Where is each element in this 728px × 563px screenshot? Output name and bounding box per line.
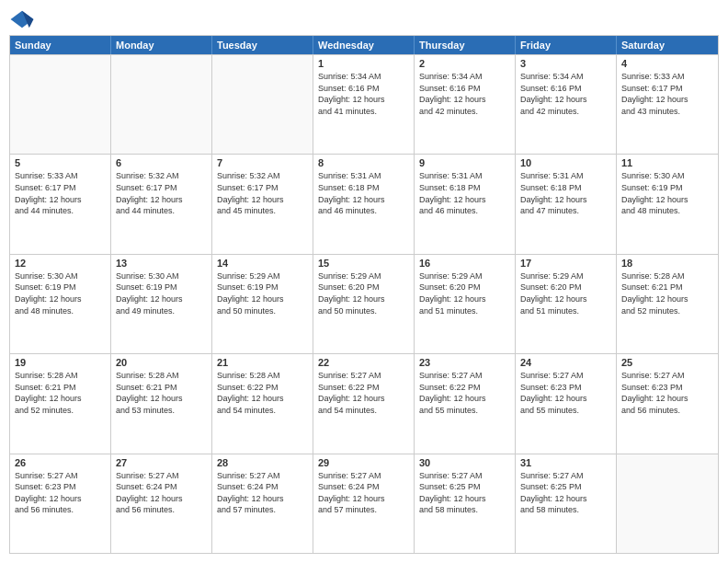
calendar-day-header: Wednesday [313, 36, 415, 54]
calendar-cell [617, 454, 718, 553]
calendar-day-header: Saturday [617, 36, 718, 54]
cell-info: Sunrise: 5:27 AM Sunset: 6:25 PM Dayligh… [419, 470, 510, 516]
day-number: 23 [419, 357, 510, 368]
calendar-cell: 6Sunrise: 5:32 AM Sunset: 6:17 PM Daylig… [111, 155, 212, 253]
day-number: 22 [318, 357, 409, 368]
cell-info: Sunrise: 5:33 AM Sunset: 6:17 PM Dayligh… [15, 170, 106, 216]
cell-info: Sunrise: 5:27 AM Sunset: 6:24 PM Dayligh… [318, 470, 409, 516]
calendar-day-header: Tuesday [212, 36, 313, 54]
calendar-cell: 16Sunrise: 5:29 AM Sunset: 6:20 PM Dayli… [415, 255, 516, 353]
day-number: 5 [15, 157, 106, 168]
calendar-day-header: Thursday [415, 36, 516, 54]
cell-info: Sunrise: 5:33 AM Sunset: 6:17 PM Dayligh… [621, 71, 713, 117]
cell-info: Sunrise: 5:27 AM Sunset: 6:24 PM Dayligh… [116, 470, 207, 516]
cell-info: Sunrise: 5:28 AM Sunset: 6:22 PM Dayligh… [217, 370, 308, 416]
calendar-cell: 3Sunrise: 5:34 AM Sunset: 6:16 PM Daylig… [516, 55, 617, 154]
calendar-day-header: Monday [111, 36, 212, 54]
calendar-cell: 15Sunrise: 5:29 AM Sunset: 6:20 PM Dayli… [313, 255, 415, 353]
cell-info: Sunrise: 5:27 AM Sunset: 6:23 PM Dayligh… [15, 470, 106, 516]
cell-info: Sunrise: 5:34 AM Sunset: 6:16 PM Dayligh… [419, 71, 510, 117]
cell-info: Sunrise: 5:28 AM Sunset: 6:21 PM Dayligh… [15, 370, 106, 416]
header [9, 9, 719, 29]
calendar-cell: 14Sunrise: 5:29 AM Sunset: 6:19 PM Dayli… [212, 255, 313, 353]
calendar-cell: 8Sunrise: 5:31 AM Sunset: 6:18 PM Daylig… [313, 155, 415, 253]
calendar-cell: 23Sunrise: 5:27 AM Sunset: 6:22 PM Dayli… [415, 354, 516, 453]
day-number: 11 [621, 157, 713, 168]
day-number: 4 [621, 58, 713, 69]
calendar-cell: 10Sunrise: 5:31 AM Sunset: 6:18 PM Dayli… [516, 155, 617, 253]
day-number: 8 [318, 157, 409, 168]
calendar-cell: 9Sunrise: 5:31 AM Sunset: 6:18 PM Daylig… [415, 155, 516, 253]
day-number: 2 [419, 58, 510, 69]
day-number: 16 [419, 258, 510, 269]
cell-info: Sunrise: 5:29 AM Sunset: 6:20 PM Dayligh… [419, 270, 510, 316]
cell-info: Sunrise: 5:34 AM Sunset: 6:16 PM Dayligh… [318, 71, 409, 117]
calendar-cell: 29Sunrise: 5:27 AM Sunset: 6:24 PM Dayli… [313, 454, 415, 553]
calendar-cell: 11Sunrise: 5:30 AM Sunset: 6:19 PM Dayli… [617, 155, 718, 253]
day-number: 18 [621, 258, 713, 269]
calendar-cell: 18Sunrise: 5:28 AM Sunset: 6:21 PM Dayli… [617, 255, 718, 353]
calendar-cell: 31Sunrise: 5:27 AM Sunset: 6:25 PM Dayli… [516, 454, 617, 553]
day-number: 20 [116, 357, 207, 368]
calendar-row: 19Sunrise: 5:28 AM Sunset: 6:21 PM Dayli… [10, 353, 718, 453]
calendar-cell [10, 55, 111, 154]
calendar-cell: 30Sunrise: 5:27 AM Sunset: 6:25 PM Dayli… [415, 454, 516, 553]
page: SundayMondayTuesdayWednesdayThursdayFrid… [0, 0, 728, 563]
calendar-cell: 27Sunrise: 5:27 AM Sunset: 6:24 PM Dayli… [111, 454, 212, 553]
cell-info: Sunrise: 5:28 AM Sunset: 6:21 PM Dayligh… [621, 270, 713, 316]
day-number: 1 [318, 58, 409, 69]
cell-info: Sunrise: 5:27 AM Sunset: 6:25 PM Dayligh… [520, 470, 611, 516]
cell-info: Sunrise: 5:32 AM Sunset: 6:17 PM Dayligh… [116, 170, 207, 216]
cell-info: Sunrise: 5:29 AM Sunset: 6:19 PM Dayligh… [217, 270, 308, 316]
day-number: 12 [15, 258, 106, 269]
cell-info: Sunrise: 5:30 AM Sunset: 6:19 PM Dayligh… [116, 270, 207, 316]
day-number: 21 [217, 357, 308, 368]
calendar-cell: 7Sunrise: 5:32 AM Sunset: 6:17 PM Daylig… [212, 155, 313, 253]
calendar-cell: 1Sunrise: 5:34 AM Sunset: 6:16 PM Daylig… [313, 55, 415, 154]
calendar-cell: 26Sunrise: 5:27 AM Sunset: 6:23 PM Dayli… [10, 454, 111, 553]
calendar-cell: 22Sunrise: 5:27 AM Sunset: 6:22 PM Dayli… [313, 354, 415, 453]
day-number: 31 [520, 457, 611, 468]
calendar-body: 1Sunrise: 5:34 AM Sunset: 6:16 PM Daylig… [10, 54, 718, 553]
day-number: 14 [217, 258, 308, 269]
day-number: 15 [318, 258, 409, 269]
calendar-cell: 24Sunrise: 5:27 AM Sunset: 6:23 PM Dayli… [516, 354, 617, 453]
calendar-cell: 5Sunrise: 5:33 AM Sunset: 6:17 PM Daylig… [10, 155, 111, 253]
calendar-cell: 20Sunrise: 5:28 AM Sunset: 6:21 PM Dayli… [111, 354, 212, 453]
calendar-row: 5Sunrise: 5:33 AM Sunset: 6:17 PM Daylig… [10, 154, 718, 253]
calendar-cell: 12Sunrise: 5:30 AM Sunset: 6:19 PM Dayli… [10, 255, 111, 353]
calendar-cell [111, 55, 212, 154]
day-number: 24 [520, 357, 611, 368]
cell-info: Sunrise: 5:27 AM Sunset: 6:24 PM Dayligh… [217, 470, 308, 516]
day-number: 13 [116, 258, 207, 269]
calendar-header: SundayMondayTuesdayWednesdayThursdayFrid… [10, 36, 718, 54]
calendar-cell: 28Sunrise: 5:27 AM Sunset: 6:24 PM Dayli… [212, 454, 313, 553]
cell-info: Sunrise: 5:29 AM Sunset: 6:20 PM Dayligh… [318, 270, 409, 316]
cell-info: Sunrise: 5:31 AM Sunset: 6:18 PM Dayligh… [318, 170, 409, 216]
day-number: 29 [318, 457, 409, 468]
day-number: 9 [419, 157, 510, 168]
cell-info: Sunrise: 5:27 AM Sunset: 6:23 PM Dayligh… [520, 370, 611, 416]
cell-info: Sunrise: 5:30 AM Sunset: 6:19 PM Dayligh… [621, 170, 713, 216]
calendar-cell: 2Sunrise: 5:34 AM Sunset: 6:16 PM Daylig… [415, 55, 516, 154]
cell-info: Sunrise: 5:29 AM Sunset: 6:20 PM Dayligh… [520, 270, 611, 316]
logo-icon [9, 9, 35, 29]
cell-info: Sunrise: 5:31 AM Sunset: 6:18 PM Dayligh… [520, 170, 611, 216]
calendar-row: 1Sunrise: 5:34 AM Sunset: 6:16 PM Daylig… [10, 54, 718, 154]
day-number: 25 [621, 357, 713, 368]
day-number: 27 [116, 457, 207, 468]
calendar-day-header: Sunday [10, 36, 111, 54]
cell-info: Sunrise: 5:27 AM Sunset: 6:22 PM Dayligh… [318, 370, 409, 416]
cell-info: Sunrise: 5:28 AM Sunset: 6:21 PM Dayligh… [116, 370, 207, 416]
cell-info: Sunrise: 5:27 AM Sunset: 6:23 PM Dayligh… [621, 370, 713, 416]
logo [9, 9, 39, 29]
calendar-cell: 25Sunrise: 5:27 AM Sunset: 6:23 PM Dayli… [617, 354, 718, 453]
calendar-cell: 17Sunrise: 5:29 AM Sunset: 6:20 PM Dayli… [516, 255, 617, 353]
calendar-cell: 19Sunrise: 5:28 AM Sunset: 6:21 PM Dayli… [10, 354, 111, 453]
calendar: SundayMondayTuesdayWednesdayThursdayFrid… [9, 35, 719, 554]
day-number: 28 [217, 457, 308, 468]
day-number: 19 [15, 357, 106, 368]
cell-info: Sunrise: 5:27 AM Sunset: 6:22 PM Dayligh… [419, 370, 510, 416]
day-number: 10 [520, 157, 611, 168]
calendar-cell: 4Sunrise: 5:33 AM Sunset: 6:17 PM Daylig… [617, 55, 718, 154]
